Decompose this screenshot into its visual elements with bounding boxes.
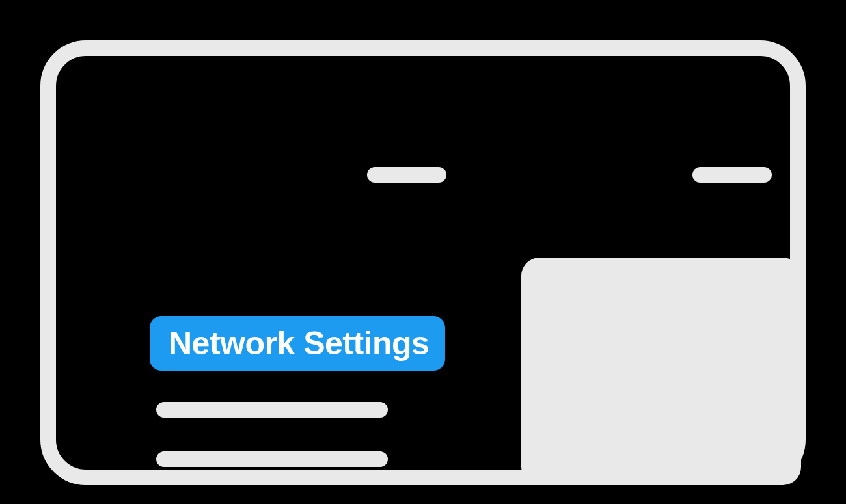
header-placeholder-bar — [367, 167, 446, 183]
body-placeholder-line — [156, 451, 388, 467]
network-settings-label[interactable]: Network Settings — [150, 316, 445, 371]
highlighted-label-wrapper: Network Settings — [150, 316, 445, 371]
network-settings-label-text: Network Settings — [169, 327, 429, 360]
device-wireframe: Network Settings — [40, 40, 806, 485]
body-placeholder-line — [156, 402, 388, 418]
content-panel-placeholder — [521, 258, 801, 485]
header-placeholder-bar — [692, 167, 772, 183]
